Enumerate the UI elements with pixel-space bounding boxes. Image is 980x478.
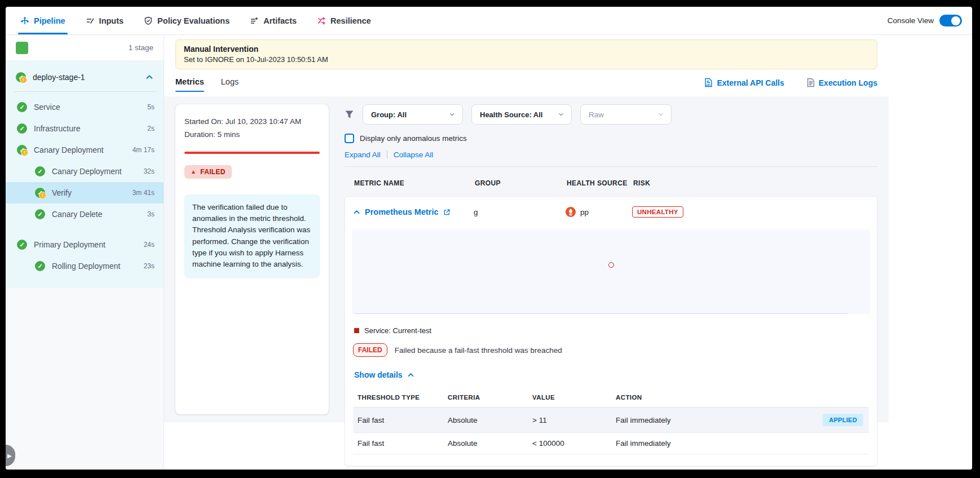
chevron-up-icon[interactable]	[145, 73, 153, 81]
tab-resilience[interactable]: Resilience	[317, 7, 371, 34]
value-cell: < 100000	[532, 439, 616, 448]
collapse-all-link[interactable]: Collapse All	[394, 151, 434, 159]
step-duration: 32s	[144, 167, 154, 175]
step-duration: 2s	[147, 125, 154, 132]
external-api-calls-link[interactable]: API External API Calls	[704, 78, 784, 87]
step-status-icon	[17, 123, 27, 134]
tab-logs[interactable]: Logs	[221, 77, 239, 92]
execution-logs-link[interactable]: Execution Logs	[807, 78, 877, 87]
step-duration: 5s	[147, 103, 154, 111]
failed-status-label: FAILED	[200, 168, 225, 176]
external-link-icon[interactable]	[443, 209, 451, 216]
step-status-icon	[35, 261, 45, 271]
show-details-label: Show details	[354, 370, 403, 379]
step-label: Verify	[52, 188, 72, 197]
banner-subtitle: Set to IGNORE on 10-Jul-2023 10:50:51 AM	[184, 55, 869, 64]
applied-badge: APPLIED	[823, 414, 863, 426]
chart-x-axis	[354, 313, 847, 314]
step-status-icon	[17, 102, 27, 112]
step-label: Canary Delete	[52, 210, 103, 219]
raw-filter-dropdown[interactable]: Raw	[580, 104, 672, 125]
tab-inputs[interactable]: Inputs	[86, 7, 124, 34]
step-row[interactable]: Canary Delete 3s	[6, 203, 164, 225]
divider	[387, 151, 387, 159]
shield-check-icon	[144, 16, 153, 25]
threshold-rows: Fail fast Absolute > 11 Fail immediately…	[353, 408, 869, 454]
step-row[interactable]: Service 5s	[6, 96, 164, 118]
collapse-chevron-icon[interactable]	[353, 209, 360, 216]
col-metric-name: METRIC NAME	[354, 179, 475, 187]
action-label: Fail immediately	[616, 416, 671, 424]
show-details-link[interactable]: Show details	[345, 357, 423, 379]
step-row[interactable]: Infrastructure 2s	[6, 118, 164, 139]
console-view-toggle[interactable]	[939, 15, 962, 26]
started-on: Started On: Jul 10, 2023 10:47 AM	[184, 116, 320, 129]
svg-text:API: API	[706, 84, 710, 87]
metric-name-cell: Prometheus Metric	[353, 207, 474, 216]
metric-health-cell: pp	[566, 207, 632, 217]
step-duration: 24s	[144, 241, 154, 249]
tab-policy-evaluations-label: Policy Evaluations	[157, 16, 229, 25]
col-criteria: CRITERIA	[448, 394, 532, 401]
failed-reason-text: Failed because a fail-fast threshold was…	[395, 346, 562, 355]
chevron-down-icon	[449, 111, 456, 118]
tab-artifacts[interactable]: Artifacts	[250, 7, 297, 34]
tab-metrics[interactable]: Metrics	[175, 77, 204, 92]
tab-inputs-label: Inputs	[99, 16, 124, 25]
threshold-type-cell: Fail fast	[357, 416, 448, 424]
metric-name-link[interactable]: Prometheus Metric	[365, 207, 439, 216]
threshold-row: Fail fast Absolute > 11 Fail immediately…	[353, 408, 869, 433]
inputs-icon	[86, 16, 95, 25]
risk-badge: UNHEALTHY	[632, 206, 683, 218]
top-nav-bar: Pipeline Inputs	[6, 7, 972, 35]
console-view-label: Console View	[888, 16, 934, 25]
tab-pipeline[interactable]: Pipeline	[20, 7, 65, 34]
legend-label: Service: Current-test	[364, 326, 431, 335]
top-nav-tabs: Pipeline Inputs	[20, 7, 371, 34]
warning-triangle-icon: ▲	[191, 169, 196, 175]
legend-swatch	[354, 328, 359, 333]
step-status-icon	[35, 166, 45, 176]
step-status-icon	[17, 240, 27, 250]
health-source-filter-dropdown[interactable]: Health Source: All	[471, 104, 572, 125]
expand-all-link[interactable]: Expand All	[345, 151, 381, 159]
step-row[interactable]: Canary Deployment 32s	[6, 161, 164, 182]
stage-section: deploy-stage-1 Service 5s	[6, 61, 164, 288]
health-source-name: pp	[580, 208, 589, 216]
group-filter-value: Group: All	[371, 110, 407, 119]
duration: Duration: 5 mins	[184, 129, 320, 141]
metric-chart	[352, 229, 870, 314]
step-status-icon	[35, 209, 45, 219]
col-risk: RISK	[633, 179, 877, 187]
value-cell: > 11	[532, 416, 616, 424]
stage-status-warning-icon	[16, 72, 26, 82]
step-label: Service	[34, 103, 60, 112]
col-health-source: HEALTH SOURCE	[567, 179, 633, 187]
metrics-panel: Group: All Health Source: All	[345, 104, 877, 414]
step-row[interactable]: Verify 3m 41s	[6, 182, 164, 203]
threshold-type-cell: Fail fast	[357, 439, 448, 448]
header-links: API External API Calls Executio	[704, 78, 877, 92]
step-duration: 3m 41s	[133, 189, 154, 197]
tab-policy-evaluations[interactable]: Policy Evaluations	[144, 7, 229, 34]
step-row[interactable]: Primary Deployment 24s	[6, 234, 164, 255]
group-filter-dropdown[interactable]: Group: All	[363, 104, 463, 125]
stage-count: 1 stage	[129, 43, 153, 52]
step-row[interactable]: Canary Deployment 4m 17s	[6, 139, 164, 161]
col-action: ACTION	[616, 394, 864, 401]
pipeline-icon	[20, 16, 29, 25]
metric-row-card: Prometheus Metric g	[345, 196, 877, 466]
threshold-table: THRESHOLD TYPE CRITERIA VALUE ACTION Fai…	[353, 390, 869, 454]
stage-row[interactable]: deploy-stage-1	[6, 61, 164, 91]
anomalous-checkbox-row: Display only anomalous metrics	[345, 134, 877, 143]
verification-summary-card: Started On: Jul 10, 2023 10:47 AM Durati…	[175, 104, 329, 414]
tab-resilience-label: Resilience	[330, 16, 371, 25]
metric-row[interactable]: Prometheus Metric g	[345, 197, 877, 226]
step-row[interactable]: Rolling Deployment 23s	[6, 255, 164, 277]
anomalous-metrics-checkbox[interactable]	[345, 134, 354, 143]
view-tabs-row: Metrics Logs API External API Calls	[175, 77, 877, 92]
tab-pipeline-label: Pipeline	[34, 16, 65, 25]
chart-point	[608, 262, 614, 268]
step-duration: 23s	[144, 262, 154, 270]
right-gutter	[889, 35, 972, 470]
